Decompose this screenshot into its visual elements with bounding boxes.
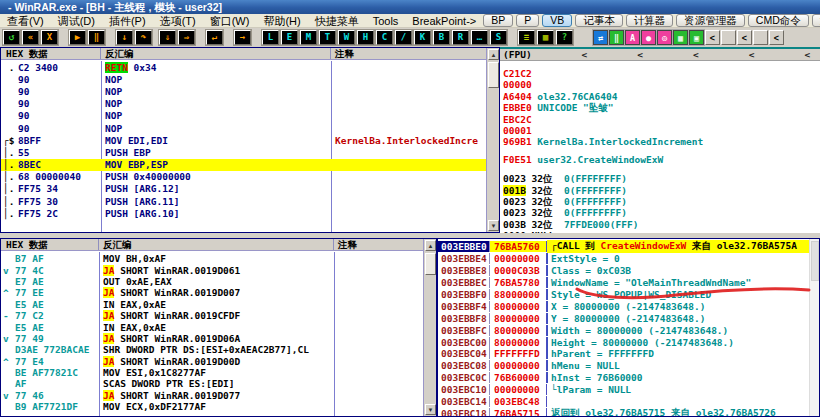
disasm-row[interactable]: v77 49JA SHORT WinRAR.0019D06A — [1, 333, 423, 344]
stack-row[interactable]: 003EBC0C76B60000hInst = 76B60000 — [438, 372, 809, 384]
scroll-down-icon[interactable]: ▼ — [488, 220, 499, 231]
source-window-button[interactable]: S — [490, 30, 507, 45]
segment-line-fs[interactable]: 003B 32位 7FFDE000(FFF) — [500, 219, 820, 230]
menu-view[interactable]: 查看(V) — [0, 14, 51, 28]
disasm-row[interactable]: 90NOP — [1, 85, 486, 97]
disasm-row[interactable]: B7 AFMOV BH,0xAF — [1, 253, 423, 264]
register-line-ebp[interactable]: 00001 — [500, 125, 820, 136]
scroll-thumb[interactable] — [811, 241, 819, 281]
bp-button[interactable]: BP — [483, 14, 513, 27]
step-into-icon[interactable]: ↓ — [116, 30, 133, 45]
references-window-button[interactable]: R — [452, 30, 469, 45]
disasm-row[interactable]: .C2 3400RETN 0x34 — [1, 61, 486, 73]
menu-window[interactable]: 窗口(W) — [203, 14, 257, 28]
plugin-pause-icon[interactable]: ‖ — [609, 30, 624, 45]
disasm-row[interactable]: 90NOP — [1, 73, 486, 85]
register-line-eip[interactable]: F0E51 user32.CreateWindowExW — [500, 154, 820, 165]
disasm-row[interactable]: ^77 E4JA SHORT WinRAR.0019D00D — [1, 356, 423, 367]
disasm-row[interactable]: E5 AEIN EAX,0xAE — [1, 299, 423, 310]
call-stack-window-button[interactable]: K — [414, 30, 431, 45]
disasm-row[interactable]: AFSCAS DWORD PTR ES:[EDI] — [1, 378, 423, 389]
reg-prev-button[interactable]: < — [582, 49, 588, 60]
plugin-window-icon[interactable]: ▣ — [689, 30, 704, 45]
disasm-row[interactable]: B9 AF7721DFMOV ECX,0xDF2177AF — [1, 401, 423, 412]
execute-till-return-icon[interactable]: ↵ — [206, 30, 223, 45]
scroll-thumb[interactable] — [488, 62, 499, 88]
disasm-row[interactable]: │.FF75 30PUSH [ARG.11] — [1, 195, 486, 207]
disasm-row-function-start[interactable]: ┌$8BFFMOV EDI,EDIKernelBa.InterlockedInc… — [1, 134, 486, 146]
disasm-row[interactable]: v77 46JA SHORT WinRAR.0019D077 — [1, 390, 423, 401]
disasm-row[interactable]: D3AE 772BACAESHR DWORD PTR DS:[ESI+0xAEA… — [1, 344, 423, 355]
disasm-row[interactable]: E7 AEOUT 0xAE,EAX — [1, 276, 423, 287]
plugin-record-icon[interactable]: ● — [641, 30, 656, 45]
plugin-log-icon[interactable]: A — [625, 30, 640, 45]
executables-window-button[interactable]: E — [281, 30, 298, 45]
reg-prev-button[interactable]: < — [693, 49, 699, 60]
disasm-bottom-scrollbar[interactable]: ▲ ▼ — [423, 239, 436, 416]
scroll-down-icon[interactable]: ▼ — [425, 404, 436, 415]
stack-row[interactable]: 003EBBFC80000000Width = 80000000 (-21474… — [438, 324, 809, 336]
disasm-row[interactable]: 90NOP — [1, 110, 486, 122]
segment-line-gs[interactable]: 0000 NULL — [500, 230, 820, 233]
stack-row[interactable]: 003EBC1000000000└lParam = NULL — [438, 384, 809, 396]
stack-row-selected[interactable]: 003EBBE076BA5760┌CALL 到 CreateWindowExW … — [438, 241, 809, 253]
trace-into-icon[interactable]: ⇓ — [159, 30, 176, 45]
windows-window-button[interactable]: W — [338, 30, 355, 45]
attach-switch-icon[interactable]: ⇄ — [593, 30, 608, 45]
segment-line-cs[interactable]: 001B 32位 0(FFFFFFFF) — [500, 185, 820, 196]
stack-row[interactable]: 003EBC0080000000Height = 80000000 (-2147… — [438, 336, 809, 348]
run-trace-window-button[interactable]: … — [471, 30, 488, 45]
run-icon[interactable]: ▶ — [69, 30, 86, 45]
disasm-row[interactable]: │.FF75 2CPUSH [ARG.10] — [1, 207, 486, 219]
reg-prev-button[interactable]: < — [805, 49, 811, 60]
title-bar[interactable]: - WinRAR.exe - [BH - 主线程 , 模块 - user32] — [0, 0, 820, 14]
options-list-icon[interactable]: ≡ — [518, 30, 535, 45]
menu-breakpoint[interactable]: BreakPoint-> — [405, 14, 483, 28]
disasm-row[interactable]: ^77 EEJA SHORT WinRAR.0019D007 — [1, 287, 423, 298]
calculator-button[interactable]: 计算器 — [626, 14, 674, 27]
cpu-window-button[interactable]: C — [376, 30, 393, 45]
pause-icon[interactable]: ‖ — [88, 30, 105, 45]
restart-icon[interactable]: ↺ — [3, 30, 20, 45]
nav-blank-button-1[interactable] — [721, 30, 736, 45]
segment-line-ds[interactable]: 0023 32位 0(FFFFFFFF) — [500, 207, 820, 218]
register-line-ebx[interactable]: EBBE0 UNICODE "坠皱" — [500, 102, 820, 113]
notepad-button[interactable]: 记事本 — [575, 14, 623, 27]
threads-window-button[interactable]: T — [319, 30, 336, 45]
patches-window-button[interactable]: / — [395, 30, 412, 45]
cmd-button[interactable]: CMD命令 — [748, 14, 809, 27]
stack-row[interactable]: 003EBBE400000000ExtStyle = 0 — [438, 253, 809, 265]
stack-row[interactable]: 003EBC1876BA5715返回到 ole32.76BA5715 来自 ol… — [438, 407, 809, 416]
vb-button[interactable]: VB — [542, 14, 572, 27]
reg-prev-button[interactable]: < — [637, 49, 643, 60]
disasm-row[interactable]: BE AF77821CMOV ESI,0x1C8277AF — [1, 367, 423, 378]
disasm-row[interactable]: │.68 00000040PUSH 0x40000000 — [1, 171, 486, 183]
menu-help[interactable]: 帮助(H) — [256, 14, 307, 28]
nav-back-button-2[interactable]: < — [737, 30, 752, 45]
menu-shortcut[interactable]: 快捷菜单 — [308, 14, 366, 28]
scroll-thumb[interactable] — [425, 253, 436, 275]
stack-scrollbar[interactable] — [809, 239, 819, 416]
disasm-row[interactable]: E5 AEIN EAX,0xAE — [1, 321, 423, 332]
stack-row[interactable]: 003EBBF088000000Style = WS_POPUP|WS_DISA… — [438, 289, 809, 301]
register-line-eax[interactable]: C21C2 — [500, 68, 820, 79]
p-button[interactable]: P — [516, 14, 539, 27]
segment-line-ss[interactable]: 0023 32位 0(FFFFFFFF) — [500, 196, 820, 207]
plugin-target-icon[interactable]: ◎ — [657, 30, 672, 45]
stack-row[interactable]: 003EBBF880000000Y = 80000000 (-214748364… — [438, 312, 809, 324]
exit-button[interactable]: 退出 — [812, 14, 820, 27]
disasm-row-selected[interactable]: │.8BECMOV EBP,ESP — [1, 159, 486, 171]
disasm-row[interactable]: -77 C2JA SHORT WinRAR.0019CFDF — [1, 310, 423, 321]
segment-line-es[interactable]: 0023 32位 0(FFFFFFFF) — [500, 173, 820, 184]
close-process-icon[interactable]: X — [41, 30, 58, 45]
scroll-up-icon[interactable]: ▲ — [488, 49, 499, 60]
stack-row[interactable]: 003EBBF480000000X = 80000000 (-214748364… — [438, 300, 809, 312]
register-line-esp[interactable]: EBC2C — [500, 114, 820, 125]
breakpoints-window-button[interactable]: B — [433, 30, 450, 45]
disasm-row[interactable]: │.55PUSH EBP — [1, 146, 486, 158]
register-line-edx[interactable]: A6404 ole32.76CA6404 — [500, 91, 820, 102]
disasm-row[interactable]: v77 4CJA SHORT WinRAR.0019D061 — [1, 264, 423, 275]
stack-row[interactable]: 003EBBE80000C03BClass = 0xC03B — [438, 265, 809, 277]
stack-row[interactable]: 003EBBEC76BA5780WindowName = "OleMainThr… — [438, 277, 809, 289]
trace-over-icon[interactable]: ⇒ — [178, 30, 195, 45]
